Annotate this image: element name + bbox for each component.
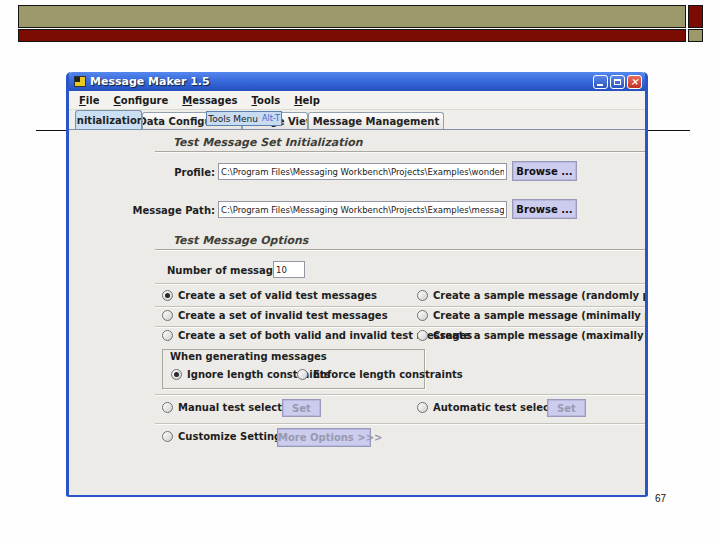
num-messages-input[interactable] xyxy=(273,261,305,278)
window-controls: × xyxy=(593,75,642,89)
more-options-button[interactable]: More Options >>> xyxy=(277,428,371,447)
radio-icon xyxy=(162,310,173,321)
header-bar-olive xyxy=(18,5,686,28)
radio-valid-set[interactable]: Create a set of valid test messages xyxy=(162,290,377,301)
close-icon: × xyxy=(628,76,641,88)
separator xyxy=(155,306,645,308)
app-icon xyxy=(74,76,86,87)
radio-icon xyxy=(171,369,182,380)
header-bar-maroon xyxy=(18,29,686,42)
profile-input[interactable] xyxy=(218,163,507,180)
radio-icon xyxy=(417,402,428,413)
radio-label: Create a set of invalid test messages xyxy=(178,310,388,321)
header-square-olive xyxy=(688,29,703,42)
separator xyxy=(155,326,645,328)
radio-icon xyxy=(162,290,173,301)
radio-icon xyxy=(162,330,173,341)
initialization-panel: Test Message Set Initialization Profile:… xyxy=(69,130,645,495)
radio-icon xyxy=(162,431,173,442)
menu-tools[interactable]: Tools xyxy=(247,94,286,107)
window-titlebar[interactable]: Message Maker 1.5 × xyxy=(69,72,645,91)
message-path-input[interactable] xyxy=(218,201,507,218)
radio-icon xyxy=(417,290,428,301)
automatic-set-button[interactable]: Set xyxy=(547,399,586,417)
separator xyxy=(155,249,645,251)
tab-strip: Initialization Data Configuration Messag… xyxy=(69,110,645,130)
separator xyxy=(155,151,645,153)
window-title: Message Maker 1.5 xyxy=(90,75,210,88)
radio-label: Create a sample message (minimally popul… xyxy=(433,310,645,321)
menu-file[interactable]: File xyxy=(74,94,104,107)
message-path-label: Message Path: xyxy=(127,205,215,216)
radio-icon xyxy=(162,402,173,413)
tab-message-management[interactable]: Message Management xyxy=(308,112,444,129)
tooltip-shortcut: Alt-T xyxy=(262,114,280,123)
page-number: 67 xyxy=(655,493,666,504)
minimize-icon xyxy=(597,84,603,86)
tab-initialization[interactable]: Initialization xyxy=(75,110,142,129)
close-button[interactable]: × xyxy=(627,75,642,89)
tools-menu-tooltip: Tools Menu Alt-T xyxy=(206,111,282,126)
radio-sample-minimal[interactable]: Create a sample message (minimally popul… xyxy=(417,310,645,321)
when-generating-group: When generating messages Ignore length c… xyxy=(162,349,425,389)
radio-invalid-set[interactable]: Create a set of invalid test messages xyxy=(162,310,388,321)
radio-customize-settings[interactable]: Customize Settings: xyxy=(162,431,291,442)
radio-enforce-length[interactable]: Enforce length constraints xyxy=(297,369,463,380)
radio-label: Create a set of valid test messages xyxy=(178,290,377,301)
tooltip-text: Tools Menu xyxy=(208,114,258,124)
browse-message-path-button[interactable]: Browse ... xyxy=(512,199,577,219)
separator xyxy=(155,283,645,285)
radio-icon xyxy=(417,330,428,341)
menu-configure[interactable]: Configure xyxy=(108,94,173,107)
manual-set-button[interactable]: Set xyxy=(282,399,321,417)
app-window: Message Maker 1.5 × File Configure Messa… xyxy=(66,72,648,497)
slide: Message Maker 1.5 × File Configure Messa… xyxy=(0,0,720,540)
num-messages-label: Number of messages: xyxy=(167,265,269,276)
separator xyxy=(155,423,645,425)
separator xyxy=(155,394,645,396)
group-title: When generating messages xyxy=(170,351,327,362)
browse-profile-button[interactable]: Browse ... xyxy=(512,161,577,181)
radio-icon xyxy=(297,369,308,380)
section-title-initialization: Test Message Set Initialization xyxy=(173,136,363,149)
section-title-options: Test Message Options xyxy=(173,234,308,247)
header-square-maroon xyxy=(688,5,703,28)
radio-label: Create a sample message (randomly popula… xyxy=(433,290,645,301)
radio-label: Enforce length constraints xyxy=(313,369,463,380)
radio-label: Customize Settings: xyxy=(178,431,291,442)
minimize-button[interactable] xyxy=(593,75,608,89)
menu-messages[interactable]: Messages xyxy=(177,94,242,107)
radio-icon xyxy=(417,310,428,321)
menu-bar: File Configure Messages Tools Help xyxy=(69,91,645,110)
menu-help[interactable]: Help xyxy=(289,94,325,107)
radio-label: Create a sample message (maximally popul… xyxy=(433,330,645,341)
radio-sample-maximal[interactable]: Create a sample message (maximally popul… xyxy=(417,330,645,341)
maximize-icon xyxy=(614,79,621,85)
radio-sample-random[interactable]: Create a sample message (randomly popula… xyxy=(417,290,645,301)
profile-label: Profile: xyxy=(147,167,215,178)
maximize-button[interactable] xyxy=(610,75,625,89)
